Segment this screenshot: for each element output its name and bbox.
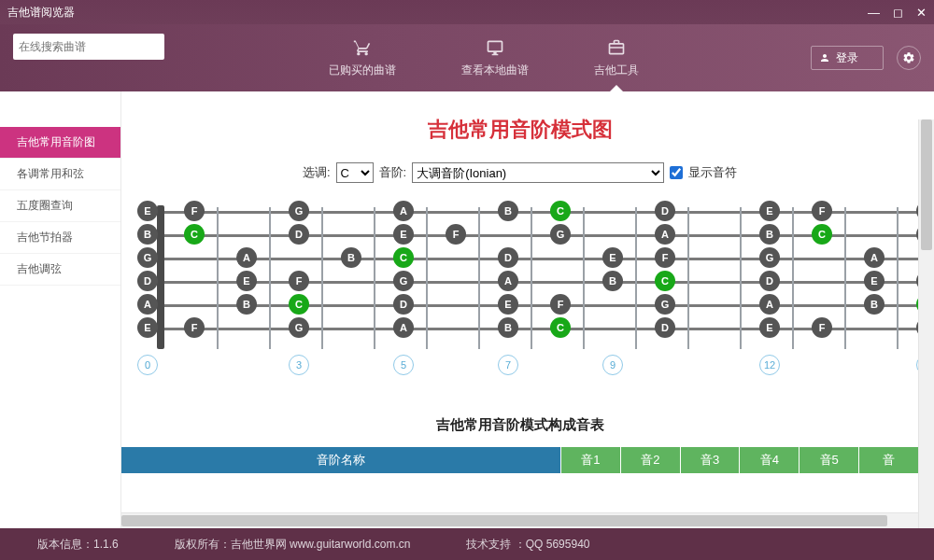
version-info: 版本信息：1.1.6 xyxy=(37,537,119,553)
fret-note: D xyxy=(498,247,518,268)
close-button[interactable]: ✕ xyxy=(916,6,927,20)
sidebar-item[interactable]: 五度圈查询 xyxy=(0,190,120,222)
open-note: B xyxy=(137,224,158,245)
support: 技术支持 ：QQ 5695940 xyxy=(466,537,589,553)
fret-note: A xyxy=(236,247,257,268)
minimize-button[interactable]: — xyxy=(868,6,880,20)
show-notes-checkbox[interactable] xyxy=(670,166,683,179)
fret-note: D xyxy=(393,294,414,315)
nav-purchased[interactable]: 已购买的曲谱 xyxy=(323,24,402,91)
fretboard-diagram: EBGDAEFGABCDEFGCDEFGABCDABCDEFGABEFGABCD… xyxy=(131,205,918,383)
sidebar-item[interactable]: 各调常用和弦 xyxy=(0,159,120,190)
fret-marker: 5 xyxy=(393,355,414,375)
fret-note: D xyxy=(759,271,780,291)
fret-note: G xyxy=(550,224,571,245)
th-cell: 音 xyxy=(858,447,918,473)
gear-icon xyxy=(902,51,915,64)
copyright: 版权所有：吉他世界网 www.guitarworld.com.cn xyxy=(175,537,411,553)
fret-note: D xyxy=(655,201,675,221)
page: 吉他常用音阶模式图 选调: C 音阶: 大调音阶(Ionian) 显示音符 EB… xyxy=(121,91,918,473)
user-icon xyxy=(819,52,830,63)
fret-note: A xyxy=(393,317,414,338)
sidebar-item[interactable]: 吉他节拍器 xyxy=(0,222,120,254)
th-cell: 音1 xyxy=(560,447,620,473)
fret-note: D xyxy=(655,317,675,338)
fret-note: B xyxy=(864,294,884,315)
search-input[interactable] xyxy=(19,40,159,53)
fret-note: F xyxy=(550,294,571,315)
fret-note: E xyxy=(498,294,518,315)
fret-note: G xyxy=(289,317,309,338)
fret-note: G xyxy=(289,201,309,221)
toolbox-icon xyxy=(606,38,627,57)
scale-select[interactable]: 大调音阶(Ionian) xyxy=(412,162,664,183)
open-note: D xyxy=(137,271,158,291)
fret-note: F xyxy=(184,201,205,221)
settings-button[interactable] xyxy=(897,46,921,70)
fret-note: A xyxy=(655,224,675,245)
fret-note: F xyxy=(655,247,675,268)
open-note: E xyxy=(137,201,158,221)
fret-note: E xyxy=(759,201,780,221)
fret-note: F xyxy=(812,317,832,338)
fret-note: B xyxy=(341,247,361,268)
nav-tools[interactable]: 吉他工具 xyxy=(588,24,644,91)
key-select[interactable]: C xyxy=(336,162,374,183)
scrollbar-horizontal[interactable] xyxy=(121,512,918,528)
scrollbar-vertical[interactable] xyxy=(918,119,934,528)
monitor-icon xyxy=(485,38,505,57)
open-note: G xyxy=(137,247,158,268)
key-label: 选调: xyxy=(303,164,331,181)
nav-local[interactable]: 查看本地曲谱 xyxy=(456,24,534,91)
th-cell: 音4 xyxy=(739,447,799,473)
th-cell: 音2 xyxy=(620,447,680,473)
fret-note: F xyxy=(289,271,309,291)
footer: 版本信息：1.1.6 版权所有：吉他世界网 www.guitarworld.co… xyxy=(0,528,934,560)
sidebar-item[interactable]: 吉他调弦 xyxy=(0,254,120,286)
nav-label: 查看本地曲谱 xyxy=(461,63,529,78)
window-title: 吉他谱阅览器 xyxy=(7,5,868,21)
fret-note: F xyxy=(184,317,205,338)
fret-note: F xyxy=(812,201,832,221)
maximize-button[interactable]: ◻ xyxy=(893,6,903,20)
page-title: 吉他常用音阶模式图 xyxy=(121,116,918,144)
fret-note: C xyxy=(393,247,414,268)
fret-note: C xyxy=(550,317,571,338)
fret-note: E xyxy=(393,224,414,245)
fret-marker: 0 xyxy=(137,355,158,375)
scale-controls: 选调: C 音阶: 大调音阶(Ionian) 显示音符 xyxy=(121,162,918,183)
fret-note: G xyxy=(759,247,780,268)
strings xyxy=(164,207,918,349)
scroll-thumb[interactable] xyxy=(121,515,887,526)
sidebar-item[interactable]: 吉他常用音阶图 xyxy=(0,127,120,159)
fret-note: C xyxy=(550,201,571,221)
top-nav: 已购买的曲谱 查看本地曲谱 吉他工具 xyxy=(323,24,644,91)
fret-note: B xyxy=(498,201,518,221)
login-label: 登录 xyxy=(836,50,858,66)
scale-label: 音阶: xyxy=(379,164,407,181)
fret-note: G xyxy=(393,271,414,291)
th-scale-name: 音阶名称 xyxy=(121,447,560,473)
nav-label: 已购买的曲谱 xyxy=(329,63,396,78)
fret-note: E xyxy=(236,271,257,291)
fret-marker: 3 xyxy=(289,355,309,375)
search-box[interactable] xyxy=(13,34,164,60)
th-notes: 音1音2音3音4音5音 xyxy=(560,447,918,473)
header-right: 登录 xyxy=(811,46,921,70)
scroll-thumb[interactable] xyxy=(921,119,932,250)
fret-note: A xyxy=(864,247,884,268)
fret-note: G xyxy=(655,294,675,315)
header: 已购买的曲谱 查看本地曲谱 吉他工具 登录 xyxy=(0,24,934,91)
th-cell: 音5 xyxy=(799,447,858,473)
cart-icon xyxy=(352,38,373,57)
login-button[interactable]: 登录 xyxy=(811,46,884,70)
fret-marker: 7 xyxy=(498,355,518,375)
fret-marker: 9 xyxy=(602,355,623,375)
fret-note: C xyxy=(289,294,309,315)
th-cell: 音3 xyxy=(680,447,740,473)
nut xyxy=(157,205,164,349)
fret-note: B xyxy=(498,317,518,338)
fret-note: A xyxy=(498,271,518,291)
fret-note: C xyxy=(655,271,675,291)
fret-marker: 12 xyxy=(759,355,780,375)
